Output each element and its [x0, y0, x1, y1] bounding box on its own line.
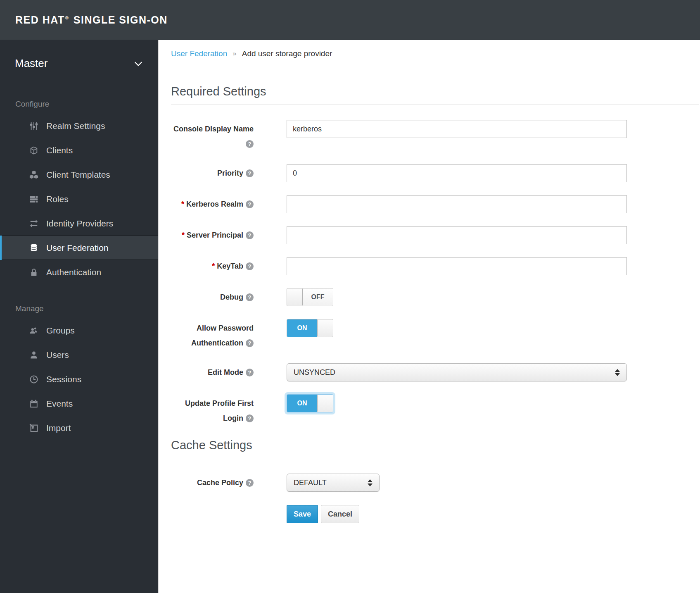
clock-icon — [28, 375, 40, 384]
brand-product: SINGLE SIGN-ON — [74, 14, 168, 26]
exchange-icon — [28, 219, 40, 228]
server-principal-input[interactable] — [287, 226, 627, 244]
update-profile-first-login-label: Update Profile First Login — [171, 394, 254, 426]
edit-mode-row: Edit Mode UNSYNCED — [171, 363, 699, 381]
priority-label: Priority — [171, 164, 254, 182]
debug-row: Debug OFF — [171, 288, 699, 306]
cubes-icon — [28, 170, 40, 179]
required-asterisk: * — [212, 262, 215, 270]
cache-policy-row: Cache Policy DEFAULT — [171, 474, 699, 492]
sidebar-item-label: Events — [46, 399, 73, 409]
allow-password-authentication-row: Allow Password Authentication ON — [171, 319, 699, 350]
question-icon[interactable] — [246, 169, 254, 177]
keytab-input[interactable] — [287, 257, 627, 275]
sidebar: Master Configure Realm Settings Clients … — [0, 40, 158, 593]
question-icon[interactable] — [246, 262, 254, 270]
save-button[interactable]: Save — [287, 505, 318, 523]
registered-mark: ® — [65, 15, 69, 20]
breadcrumb-current: Add user storage provider — [242, 49, 332, 58]
cache-settings-form: Cache Policy DEFAULT Save Cancel — [171, 474, 699, 523]
cube-icon — [28, 146, 40, 155]
required-settings-heading: Required Settings — [171, 85, 699, 105]
sidebar-item-user-federation[interactable]: User Federation — [0, 236, 158, 260]
cache-settings-heading: Cache Settings — [171, 438, 699, 458]
debug-label: Debug — [171, 288, 254, 306]
toggle-state-label: ON — [287, 319, 317, 337]
server-principal-row: *Server Principal — [171, 226, 699, 244]
update-profile-first-login-row: Update Profile First Login ON — [171, 394, 699, 426]
question-icon[interactable] — [246, 293, 254, 301]
import-icon — [28, 424, 40, 433]
main-content: User Federation » Add user storage provi… — [158, 40, 700, 593]
sidebar-item-label: Import — [46, 423, 71, 433]
cache-policy-select[interactable]: DEFAULT — [287, 474, 380, 492]
groups-icon — [28, 326, 40, 335]
sidebar-section-configure: Configure — [0, 87, 158, 114]
sidebar-item-client-templates[interactable]: Client Templates — [0, 162, 158, 187]
sidebar-item-label: Client Templates — [46, 170, 110, 180]
allow-password-authentication-label: Allow Password Authentication — [171, 319, 254, 350]
sidebar-item-roles[interactable]: Roles — [0, 187, 158, 211]
console-display-name-row: Console Display Name — [171, 120, 699, 151]
required-asterisk: * — [181, 200, 184, 208]
console-display-name-input[interactable] — [287, 120, 627, 138]
server-principal-label: *Server Principal — [171, 226, 254, 244]
debug-toggle[interactable]: OFF — [287, 288, 333, 306]
breadcrumb-user-federation-link[interactable]: User Federation — [171, 49, 227, 58]
sidebar-item-identity-providers[interactable]: Identity Providers — [0, 211, 158, 236]
sidebar-item-authentication[interactable]: Authentication — [0, 260, 158, 284]
question-icon[interactable] — [246, 231, 254, 239]
question-icon[interactable] — [246, 414, 254, 422]
kerberos-realm-input[interactable] — [287, 195, 627, 213]
priority-row: Priority — [171, 164, 699, 182]
priority-input[interactable] — [287, 164, 627, 182]
sidebar-item-import[interactable]: Import — [0, 416, 158, 440]
app-logo[interactable]: RED HAT® SINGLE SIGN-ON — [15, 14, 168, 26]
list-icon — [28, 195, 40, 204]
allow-password-authentication-toggle[interactable]: ON — [287, 319, 333, 337]
realm-selector[interactable]: Master — [0, 40, 158, 87]
edit-mode-selected-value: UNSYNCED — [294, 368, 335, 377]
sidebar-item-sessions[interactable]: Sessions — [0, 367, 158, 391]
chevron-down-icon — [133, 59, 143, 69]
question-icon[interactable] — [246, 479, 254, 487]
form-actions: Save Cancel — [287, 505, 699, 523]
cancel-button[interactable]: Cancel — [321, 505, 359, 523]
sidebar-item-events[interactable]: Events — [0, 391, 158, 416]
sidebar-item-users[interactable]: Users — [0, 343, 158, 367]
sidebar-item-label: Clients — [46, 145, 73, 155]
console-display-name-label: Console Display Name — [171, 120, 254, 151]
user-icon — [28, 350, 40, 360]
database-icon — [28, 243, 40, 252]
sidebar-item-realm-settings[interactable]: Realm Settings — [0, 114, 158, 138]
brand-red-hat: RED HAT — [15, 14, 65, 26]
update-profile-first-login-toggle[interactable]: ON — [287, 394, 333, 412]
question-icon[interactable] — [246, 339, 254, 347]
top-navbar: RED HAT® SINGLE SIGN-ON — [0, 0, 700, 40]
sidebar-item-label: Users — [46, 350, 69, 360]
sidebar-item-groups[interactable]: Groups — [0, 318, 158, 343]
question-icon[interactable] — [246, 369, 254, 376]
keytab-row: *KeyTab — [171, 257, 699, 275]
edit-mode-select[interactable]: UNSYNCED — [287, 363, 627, 381]
toggle-handle — [317, 395, 333, 412]
required-asterisk: * — [182, 231, 185, 239]
cache-policy-selected-value: DEFAULT — [294, 479, 327, 487]
cache-policy-label: Cache Policy — [171, 474, 254, 492]
sliders-icon — [28, 121, 40, 131]
question-icon[interactable] — [246, 140, 254, 148]
toggle-handle — [287, 288, 303, 306]
sidebar-item-label: Realm Settings — [46, 121, 105, 131]
kerberos-realm-row: *Kerberos Realm — [171, 195, 699, 213]
calendar-icon — [28, 399, 40, 408]
select-arrows-icon — [368, 479, 373, 486]
sidebar-item-label: Authentication — [46, 267, 101, 277]
sidebar-item-clients[interactable]: Clients — [0, 138, 158, 162]
toggle-state-label: ON — [287, 395, 317, 412]
question-icon[interactable] — [246, 200, 254, 208]
sidebar-item-label: Sessions — [46, 374, 81, 384]
select-arrows-icon — [615, 369, 620, 376]
breadcrumb-separator-icon: » — [233, 50, 236, 58]
toggle-state-label: OFF — [303, 288, 333, 306]
keytab-label: *KeyTab — [171, 257, 254, 275]
